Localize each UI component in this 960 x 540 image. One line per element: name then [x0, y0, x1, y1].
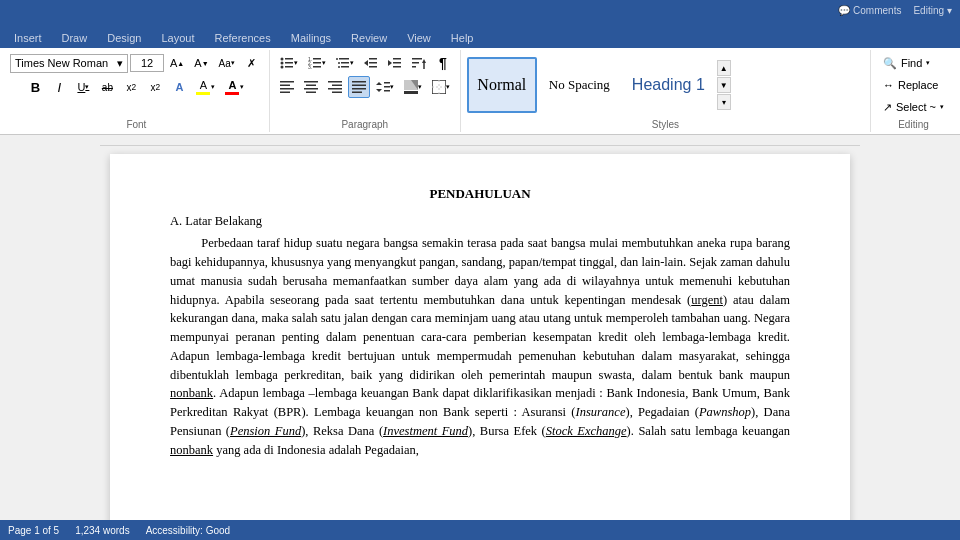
numbering-button[interactable]: 1.2.3. ▾ [304, 52, 330, 74]
font-size-value: 12 [141, 57, 153, 69]
svg-point-12 [336, 58, 338, 60]
grow-font-button[interactable]: A▲ [166, 52, 188, 74]
tab-view[interactable]: View [397, 28, 441, 48]
show-marks-button[interactable]: ¶ [432, 52, 454, 74]
font-group: Times New Roman ▾ 12 A▲ A▼ Aa ▾ ✗ B I U … [4, 50, 270, 132]
editing-dropdown[interactable]: Editing ▾ [913, 5, 952, 16]
svg-rect-9 [313, 62, 321, 64]
comments-button[interactable]: 💬 Comments [838, 5, 901, 16]
shading-button[interactable]: ▾ [400, 76, 426, 98]
gallery-scroll-buttons: ▲ ▼ ▾ [717, 60, 731, 110]
svg-rect-1 [285, 58, 293, 60]
tab-layout[interactable]: Layout [151, 28, 204, 48]
align-right-button[interactable] [324, 76, 346, 98]
replace-button[interactable]: ↔ Replace [877, 74, 950, 96]
decrease-indent-button[interactable] [360, 52, 382, 74]
svg-point-14 [338, 62, 340, 64]
paragraph-row1: ▾ 1.2.3. ▾ ▾ ¶ [276, 52, 454, 74]
svg-rect-33 [280, 88, 294, 90]
strikethrough-button[interactable]: ab [96, 76, 118, 98]
gallery-scroll-down[interactable]: ▼ [717, 77, 731, 93]
svg-rect-7 [313, 58, 321, 60]
svg-marker-18 [364, 60, 368, 66]
status-bar: Page 1 of 5 1,234 words Accessibility: G… [0, 520, 960, 540]
font-row2: B I U ▾ ab x2 x2 A A ▾ A ▾ [24, 76, 248, 98]
font-color-button[interactable]: A ▾ [221, 76, 248, 98]
svg-rect-28 [412, 66, 416, 68]
svg-rect-31 [280, 81, 294, 83]
editing-label: Editing [913, 5, 944, 16]
svg-marker-47 [376, 82, 382, 85]
align-left-button[interactable] [276, 76, 298, 98]
svg-rect-40 [332, 85, 342, 87]
sort-button[interactable] [408, 52, 430, 74]
svg-rect-45 [352, 88, 366, 90]
tab-references[interactable]: References [204, 28, 280, 48]
svg-rect-54 [404, 91, 418, 94]
svg-marker-48 [376, 89, 382, 92]
find-label: Find [901, 57, 922, 69]
select-button[interactable]: ↗ Select ~ ▾ [877, 96, 950, 118]
ribbon-bar: Times New Roman ▾ 12 A▲ A▼ Aa ▾ ✗ B I U … [0, 48, 960, 135]
superscript-button[interactable]: x2 [144, 76, 166, 98]
clear-format-button[interactable]: ✗ [241, 52, 263, 74]
styles-group: Normal No Spacing Heading 1 ▲ ▼ ▾ Styles [461, 50, 871, 132]
svg-point-0 [280, 58, 283, 61]
comments-icon: 💬 [838, 5, 850, 16]
svg-rect-36 [306, 85, 316, 87]
svg-text:3.: 3. [308, 64, 312, 70]
tab-insert[interactable]: Insert [4, 28, 52, 48]
line-spacing-button[interactable]: ▾ [372, 76, 398, 98]
page-info: Page 1 of 5 [8, 525, 59, 536]
ruler: 12345678910111213 [100, 145, 860, 146]
editing-group-label: Editing [898, 119, 929, 130]
find-button[interactable]: 🔍 Find ▾ [877, 52, 950, 74]
word-count: 1,234 words [75, 525, 129, 536]
svg-rect-11 [313, 66, 321, 68]
shrink-font-button[interactable]: A▼ [190, 52, 212, 74]
svg-rect-27 [412, 62, 419, 64]
italic-button[interactable]: I [48, 76, 70, 98]
style-no-spacing[interactable]: No Spacing [539, 57, 620, 113]
ribbon-tabs: Insert Draw Design Layout References Mai… [0, 20, 960, 48]
change-case-button[interactable]: Aa ▾ [215, 52, 239, 74]
subscript-button[interactable]: x2 [120, 76, 142, 98]
justify-button[interactable] [348, 76, 370, 98]
style-heading1[interactable]: Heading 1 [622, 57, 715, 113]
paragraph-row2: ▾ ▾ ▾ [276, 76, 454, 98]
comments-label: Comments [853, 5, 901, 16]
highlight-button[interactable]: A ▾ [192, 76, 219, 98]
underline-button[interactable]: U ▾ [72, 76, 94, 98]
increase-indent-button[interactable] [384, 52, 406, 74]
tab-mailings[interactable]: Mailings [281, 28, 341, 48]
document-paragraph: Perbedaan taraf hidup suatu negara bangs… [170, 234, 790, 459]
borders-button[interactable]: ▾ [428, 76, 454, 98]
section-a-heading: A. Latar Belakang [170, 212, 790, 231]
font-size-dropdown[interactable]: 12 [130, 54, 164, 72]
svg-rect-13 [339, 58, 349, 60]
svg-rect-37 [304, 88, 318, 90]
svg-point-16 [338, 66, 340, 68]
svg-rect-5 [285, 66, 293, 68]
svg-rect-39 [328, 81, 342, 83]
tab-help[interactable]: Help [441, 28, 484, 48]
bold-button[interactable]: B [24, 76, 46, 98]
text-effects-button[interactable]: A [168, 76, 190, 98]
svg-rect-3 [285, 62, 293, 64]
tab-design[interactable]: Design [97, 28, 151, 48]
align-center-button[interactable] [300, 76, 322, 98]
multilevel-list-button[interactable]: ▾ [332, 52, 358, 74]
font-name-dropdown[interactable]: Times New Roman ▾ [10, 54, 128, 73]
bullets-button[interactable]: ▾ [276, 52, 302, 74]
document-title: PENDAHULUAN [170, 184, 790, 204]
svg-rect-15 [341, 62, 349, 64]
font-group-label: Font [126, 119, 146, 130]
tab-draw[interactable]: Draw [52, 28, 98, 48]
font-row1: Times New Roman ▾ 12 A▲ A▼ Aa ▾ ✗ [10, 52, 263, 74]
svg-rect-55 [432, 80, 446, 94]
tab-review[interactable]: Review [341, 28, 397, 48]
gallery-scroll-more[interactable]: ▾ [717, 94, 731, 110]
gallery-scroll-up[interactable]: ▲ [717, 60, 731, 76]
svg-point-2 [280, 62, 283, 65]
style-normal[interactable]: Normal [467, 57, 537, 113]
